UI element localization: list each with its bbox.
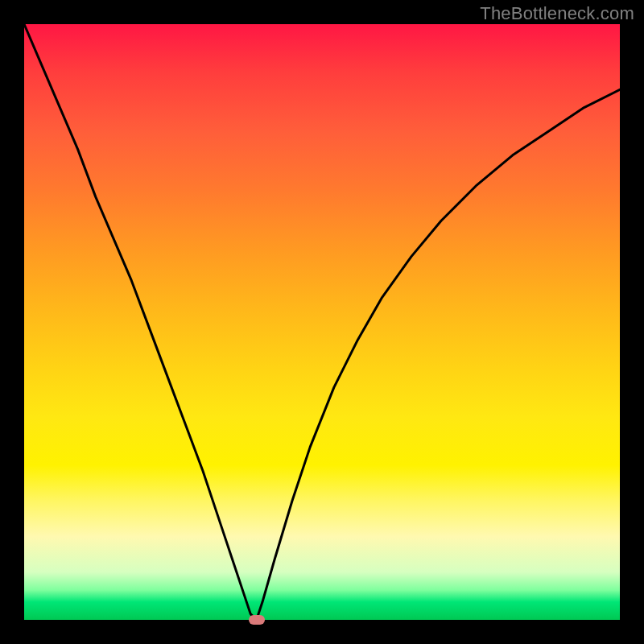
watermark-label: TheBottleneck.com bbox=[480, 3, 634, 24]
chart-frame: TheBottleneck.com bbox=[0, 0, 644, 644]
plot-area bbox=[24, 24, 620, 620]
bottleneck-curve bbox=[24, 24, 620, 620]
optimal-point-marker bbox=[249, 615, 265, 625]
